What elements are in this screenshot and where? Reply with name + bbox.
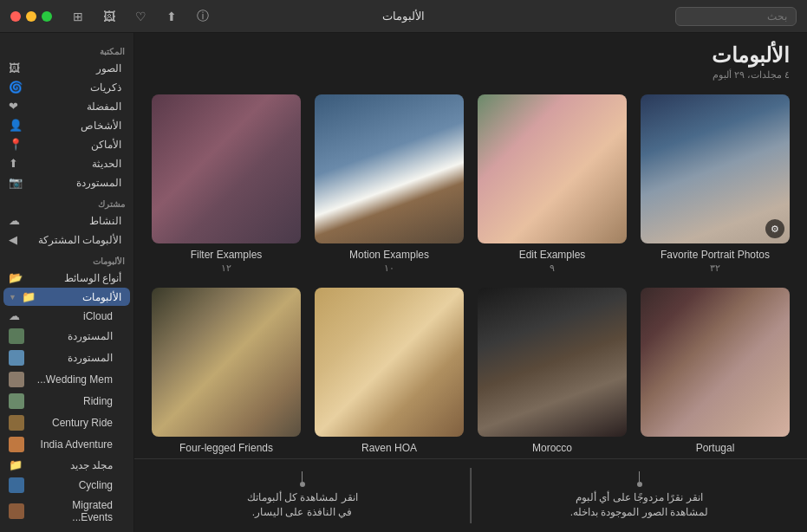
sidebar-item-beach-album[interactable]: المستوردة xyxy=(3,347,130,368)
traffic-lights xyxy=(10,11,52,22)
shared-icon: ◀ xyxy=(9,233,17,246)
sidebar-item-activity[interactable]: النشاط ☁ xyxy=(3,211,130,230)
sidebar-toggle-button[interactable]: ⊞ xyxy=(66,7,90,26)
annotation-right: انقر نقرًا مزدوجًا على أي ألبوملمشاهدة ا… xyxy=(472,468,807,523)
sidebar-item-icloud[interactable]: iCloud ☁ xyxy=(3,307,130,325)
library-button[interactable]: 🖼 xyxy=(97,7,121,26)
chevron-down-icon: ▼ xyxy=(9,293,16,302)
album-favorite-portrait-thumb[interactable]: ⚙ xyxy=(641,94,790,243)
sidebar-item-new-folder[interactable]: مجلد جديد 📁 xyxy=(3,456,130,474)
album-motion-examples[interactable]: Motion Examples ١٠ xyxy=(315,94,464,274)
window-title: الألبومات xyxy=(382,10,425,23)
photos-icon: 🖼 xyxy=(9,62,20,75)
century-ride-thumb xyxy=(9,415,24,431)
album-edit-examples-name: Edit Examples xyxy=(519,249,586,261)
album-portugal-name: Portugal xyxy=(696,442,735,454)
minimize-button[interactable] xyxy=(26,11,36,22)
maximize-button[interactable] xyxy=(42,11,52,22)
album-raven-hoa[interactable]: Raven HOA ٤ xyxy=(315,288,464,458)
sidebar-item-wedding[interactable]: Wedding Mem... xyxy=(3,369,130,390)
main-content: المكتبة الصور 🖼 ذكريات 🌀 المفضلة ❤ الأشخ… xyxy=(0,33,807,532)
sidebar-item-shared-albums[interactable]: الألبومات المشتركة ◀ xyxy=(3,230,130,249)
activity-icon: ☁ xyxy=(9,214,20,227)
album-motion-examples-count: ١٠ xyxy=(384,263,394,274)
content-area: الألبومات ٤ مجلدات، ٢٩ ألبوم Filter Exam… xyxy=(134,33,807,532)
album-morocco[interactable]: Morocco ٣٢ xyxy=(478,288,627,458)
close-button[interactable] xyxy=(10,11,21,22)
album-portugal-thumb[interactable] xyxy=(641,288,790,437)
annotation-circle-2 xyxy=(637,482,642,487)
sidebar-item-media-types[interactable]: أنواع الوسائط 📂 xyxy=(3,269,130,287)
icloud-icon: ☁ xyxy=(9,309,20,322)
sidebar-item-favorites[interactable]: المفضلة ❤ xyxy=(3,97,130,115)
album-morocco-name: Morocco xyxy=(532,442,572,454)
album-portugal[interactable]: Portugal ٧١ xyxy=(641,288,790,458)
share-button[interactable]: ⬆ xyxy=(159,7,184,26)
sidebar-item-cycling[interactable]: Cycling xyxy=(3,475,130,496)
annotation-line xyxy=(302,471,303,482)
cycling-thumb xyxy=(9,477,24,493)
sidebar-item-migrated[interactable]: Migrated Events... xyxy=(3,496,130,526)
sidebar-item-imported[interactable]: المستوردة xyxy=(3,326,130,347)
riding-thumb xyxy=(9,393,24,409)
india-adventure-thumb xyxy=(9,437,24,452)
page-title: الألبومات xyxy=(152,43,790,68)
content-header: الألبومات ٤ مجلدات، ٢٩ ألبوم xyxy=(134,33,807,84)
albums-icon: 📁 xyxy=(22,290,36,303)
album-raven-hoa-thumb[interactable] xyxy=(315,288,464,437)
section-label-albums: الألبومات xyxy=(0,250,133,268)
annotation-line-2 xyxy=(639,471,640,482)
memories-icon: 🌀 xyxy=(9,81,23,94)
sidebar: المكتبة الصور 🖼 ذكريات 🌀 المفضلة ❤ الأشخ… xyxy=(0,33,134,532)
album-filter-examples[interactable]: Filter Examples ١٢ xyxy=(152,94,301,274)
sidebar-item-riding[interactable]: Riding xyxy=(3,391,130,412)
migrated-thumb xyxy=(9,503,24,519)
section-label-shared: مشترك xyxy=(0,192,133,211)
album-morocco-thumb[interactable] xyxy=(478,288,627,437)
bottom-annotation: انقر لمشاهدة كل ألبوماتكفي النافذة على ا… xyxy=(134,458,807,532)
imports-icon: 📷 xyxy=(9,176,23,189)
people-icon: 👤 xyxy=(9,119,23,132)
wedding-thumb xyxy=(9,372,24,387)
imported-thumb xyxy=(9,328,24,344)
info-button[interactable]: ⓘ xyxy=(191,7,215,26)
search-input[interactable] xyxy=(675,7,797,26)
album-edit-examples-count: ٩ xyxy=(550,263,555,274)
albums-grid: Filter Examples ١٢ Motion Examples ١٠ Ed… xyxy=(134,84,807,458)
recents-icon: ⬆ xyxy=(9,157,18,170)
favorites-button[interactable]: ♡ xyxy=(128,7,153,26)
album-raven-hoa-name: Raven HOA xyxy=(361,442,417,454)
new-folder-icon: 📁 xyxy=(9,458,23,471)
albums-count: ٤ مجلدات، ٢٩ ألبوم xyxy=(152,69,790,81)
section-label-library: المكتبة xyxy=(0,40,133,58)
sidebar-item-century-ride[interactable]: Century Ride xyxy=(3,412,130,433)
album-filter-examples-count: ١٢ xyxy=(221,263,231,274)
album-favorite-portrait[interactable]: ⚙ Favorite Portrait Photos ٣٢ xyxy=(641,94,790,274)
media-types-icon: 📂 xyxy=(9,271,23,284)
sidebar-item-my-albums[interactable]: الألبومات 📁 ▼ xyxy=(3,288,130,306)
sidebar-item-places[interactable]: الأماكن 📍 xyxy=(3,135,130,153)
annotation-left-text: انقر لمشاهدة كل ألبوماتكفي النافذة على ا… xyxy=(247,490,358,520)
sidebar-item-imports[interactable]: المستوردة 📷 xyxy=(3,173,130,191)
sidebar-item-memories[interactable]: ذكريات 🌀 xyxy=(3,78,130,96)
sidebar-item-recents[interactable]: الحديثة ⬆ xyxy=(3,154,130,172)
annotation-right-text: انقر نقرًا مزدوجًا على أي ألبوملمشاهدة ا… xyxy=(570,490,708,520)
favorites-icon: ❤ xyxy=(9,100,18,113)
album-edit-examples-thumb[interactable] xyxy=(478,94,627,243)
album-filter-examples-thumb[interactable] xyxy=(152,94,301,243)
annotation-circle xyxy=(300,482,305,487)
album-filter-examples-name: Filter Examples xyxy=(191,249,263,261)
annotation-left: انقر لمشاهدة كل ألبوماتكفي النافذة على ا… xyxy=(134,468,471,523)
album-edit-examples[interactable]: Edit Examples ٩ xyxy=(478,94,627,274)
sidebar-item-india-adventure[interactable]: India Adventure xyxy=(3,434,130,455)
sidebar-item-people[interactable]: الأشخاص 👤 xyxy=(3,116,130,134)
album-four-legged[interactable]: Four-legged Friends ٣٨ xyxy=(152,288,301,458)
album-four-legged-thumb[interactable] xyxy=(152,288,301,437)
sidebar-item-photos[interactable]: الصور 🖼 xyxy=(3,59,130,77)
settings-overlay-icon[interactable]: ⚙ xyxy=(765,219,784,238)
album-favorite-portrait-count: ٣٢ xyxy=(710,263,720,274)
album-motion-examples-thumb[interactable] xyxy=(315,94,464,243)
album-favorite-portrait-name: Favorite Portrait Photos xyxy=(661,249,770,261)
album-four-legged-name: Four-legged Friends xyxy=(179,442,273,454)
places-icon: 📍 xyxy=(9,138,23,151)
